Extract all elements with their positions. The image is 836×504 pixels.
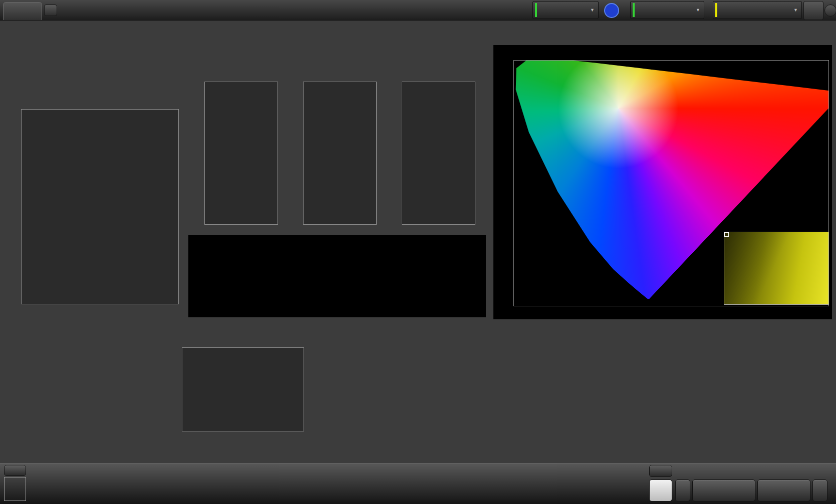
current-xy	[8, 394, 31, 408]
transport-controls	[675, 465, 835, 477]
chevron-down-icon: ▼	[793, 8, 798, 13]
stop-measurement-button[interactable]	[649, 479, 672, 501]
back-button[interactable]	[692, 479, 755, 501]
y-axis	[165, 347, 179, 431]
meter-count-badge	[604, 3, 619, 18]
delta-c-chart	[288, 70, 393, 235]
readings-panel	[0, 328, 173, 453]
transport-expand-button[interactable]	[649, 465, 672, 477]
delta-c-plot-area	[303, 82, 377, 225]
add-tab-button[interactable]	[44, 5, 57, 16]
delta-l-plot-area	[204, 82, 278, 225]
delta-l-chart	[189, 70, 295, 235]
bottom-bar	[0, 463, 836, 504]
delta-h-chart	[387, 70, 492, 235]
next-chevron-button[interactable]	[812, 479, 827, 501]
source-dropdown[interactable]: ▼	[630, 1, 704, 19]
cie-plot-area	[513, 60, 829, 306]
x-axis	[513, 309, 830, 317]
cie-chart	[493, 45, 832, 319]
results-table-panel	[318, 330, 684, 448]
source-status-indicator	[633, 3, 635, 17]
y-axis	[493, 60, 510, 306]
meter-dropdown[interactable]: ▼	[532, 1, 599, 19]
y-axis	[189, 82, 201, 225]
delta-h-plot-area	[402, 82, 475, 225]
deltae2000-chart	[0, 95, 184, 320]
next-button[interactable]	[757, 479, 810, 501]
cie-zoom-inset	[724, 232, 829, 305]
patch-button-row	[0, 463, 551, 504]
top-bar: ▼ ▼ ▼	[0, 0, 836, 21]
chevron-down-icon: ▼	[696, 8, 700, 13]
display-status-indicator	[715, 3, 717, 17]
y-axis	[0, 109, 18, 304]
x-axis	[21, 307, 179, 315]
rgb-balance-chart	[165, 334, 311, 444]
app-window: ▼ ▼ ▼	[0, 0, 836, 504]
meter-status-indicator	[535, 3, 537, 17]
y-axis	[288, 82, 300, 225]
chevron-down-icon: ▼	[590, 8, 595, 13]
patch-comparison-strip	[188, 235, 486, 317]
collapse-panel-button[interactable]	[824, 5, 836, 17]
back-chevron-button[interactable]	[675, 479, 690, 501]
tab-history-1[interactable]	[3, 2, 42, 20]
display-control-dropdown[interactable]: ▼	[713, 1, 802, 19]
settings-button[interactable]	[803, 1, 823, 20]
deltae2000-plot-area	[21, 109, 179, 304]
y-axis	[387, 82, 399, 225]
rgb-plot-area	[182, 347, 304, 431]
inset-target-point	[724, 232, 729, 237]
patch-swatches	[188, 235, 486, 317]
